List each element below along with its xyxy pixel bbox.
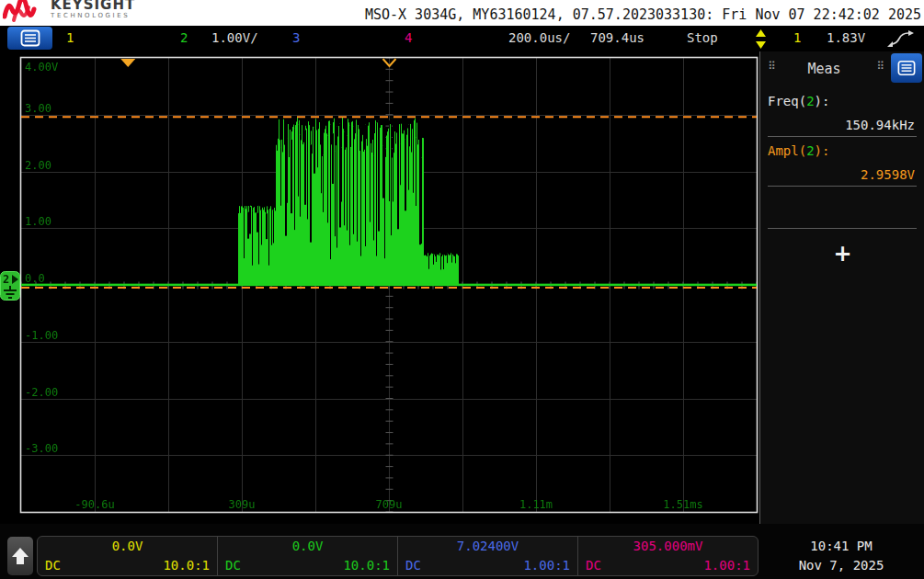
channel2-probe: 10.0:1 <box>343 558 390 573</box>
channel-status-strip: 0.0V DC 10.0:1 0.0V DC 10.0:1 7.02400V D… <box>37 536 759 576</box>
channel4-status-box[interactable]: 305.000mV DC 1.00:1 <box>578 537 758 575</box>
drag-handle-icon[interactable]: ⠿ <box>876 60 884 73</box>
trigger-level[interactable]: 1.83V <box>827 30 865 45</box>
channel2-scale[interactable]: 1.00V/ <box>211 30 258 45</box>
timebase-scale[interactable]: 200.0us/ <box>508 30 570 45</box>
brand-name: KEYSIGHT <box>51 0 135 12</box>
divider <box>768 228 917 229</box>
channel3-coupling: DC <box>405 558 421 573</box>
channel1-coupling: DC <box>45 558 61 573</box>
main-menu-button[interactable] <box>7 27 52 50</box>
meas-ampl-label[interactable]: Ampl(2): <box>768 143 829 158</box>
meas-panel-title: Meas <box>760 61 888 77</box>
brand-text: KEYSIGHT TECHNOLOGIES <box>51 0 135 20</box>
hamburger-menu-icon <box>897 60 916 76</box>
channel3-status-box[interactable]: 7.02400V DC 1.00:1 <box>398 537 578 575</box>
channel1-probe: 10.0:1 <box>163 558 210 573</box>
keysight-logo-icon <box>3 0 49 26</box>
channel2-coupling: DC <box>225 558 241 573</box>
system-title: MSO-X 3034G, MY63160124, 07.57.202303313… <box>365 6 921 23</box>
channel1-button[interactable]: 1 <box>66 30 74 45</box>
oscilloscope-screen: KEYSIGHT TECHNOLOGIES MSO-X 3034G, MY631… <box>0 0 924 579</box>
channel1-offset: 0.0V <box>38 539 217 553</box>
meas-panel: ⠿ Meas ⠿ Freq(2): 150.94kHz Ampl(2): 2.9… <box>759 51 924 524</box>
clock: 10:41 PM Nov 7, 2025 <box>765 537 918 575</box>
channel3-offset: 7.02400V <box>398 539 577 553</box>
trigger-level-arrows-icon[interactable] <box>755 28 767 50</box>
brand-subtitle: TECHNOLOGIES <box>51 12 135 20</box>
channel2-ground-marker[interactable]: 2 <box>0 271 22 302</box>
expand-up-button[interactable] <box>7 537 33 575</box>
channel3-button[interactable]: 3 <box>292 30 300 45</box>
channel2-button[interactable]: 2 <box>180 30 188 45</box>
channel4-offset: 305.000mV <box>578 539 758 553</box>
bottom-status-bar: 0.0V DC 10.0:1 0.0V DC 10.0:1 7.02400V D… <box>0 524 924 579</box>
svg-text:2: 2 <box>3 273 9 286</box>
meas-panel-header: ⠿ Meas ⠿ <box>760 53 924 85</box>
hamburger-menu-icon <box>20 29 40 47</box>
channel4-coupling: DC <box>586 558 601 573</box>
meas-menu-button[interactable] <box>891 53 922 83</box>
channel3-probe: 1.00:1 <box>523 558 570 573</box>
meas-freq-value: 150.94kHz <box>845 118 915 132</box>
toolbar: 1 2 1.00V/ 3 4 200.0us/ 709.4us Stop 1 1… <box>0 26 924 51</box>
up-arrow-icon <box>10 545 30 567</box>
divider <box>768 186 917 187</box>
trigger-slope-icon[interactable] <box>885 29 915 49</box>
run-state-label: Stop <box>687 30 718 45</box>
clock-time: 10:41 PM <box>765 537 918 556</box>
channel2-status-box[interactable]: 0.0V DC 10.0:1 <box>218 537 398 575</box>
timebase-delay[interactable]: 709.4us <box>590 30 645 45</box>
title-bar: KEYSIGHT TECHNOLOGIES MSO-X 3034G, MY631… <box>0 0 924 26</box>
graticule-canvas[interactable] <box>0 51 759 524</box>
meas-ampl-value: 2.9598V <box>861 167 915 182</box>
meas-freq-label[interactable]: Freq(2): <box>768 94 829 108</box>
clock-date: Nov 7, 2025 <box>765 556 918 575</box>
divider <box>768 136 917 137</box>
channel4-button[interactable]: 4 <box>405 30 412 45</box>
channel4-probe: 1.00:1 <box>703 558 750 573</box>
channel2-offset: 0.0V <box>218 539 397 553</box>
trigger-source[interactable]: 1 <box>793 30 801 45</box>
channel1-status-box[interactable]: 0.0V DC 10.0:1 <box>38 537 218 575</box>
add-measurement-button[interactable]: + <box>760 241 924 267</box>
